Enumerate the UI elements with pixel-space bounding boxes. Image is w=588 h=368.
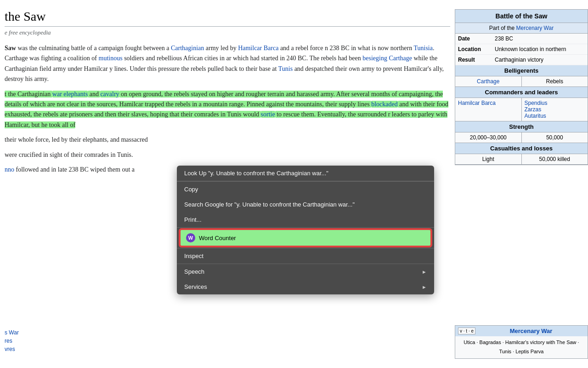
infobox-belligerent1-link[interactable]: Carthage (477, 78, 499, 85)
footer-link-2[interactable]: res (5, 338, 19, 344)
link-sortie[interactable]: sortie (261, 111, 275, 118)
infobox-commander1-link[interactable]: Hamilcar Barca (458, 100, 496, 106)
infobox-commander1: Hamilcar Barca (455, 98, 522, 121)
page-title: the Saw (5, 9, 450, 27)
link-war-elephants[interactable]: war elephants (52, 91, 88, 98)
infobox-commander2: Spendius Zarzas Autaritus (522, 98, 588, 121)
paragraph-2b: their whole force, led by their elephant… (5, 135, 450, 145)
navbox-title[interactable]: Mercenary War (477, 328, 585, 334)
navbox-content: Utica · Bagradas · Hamilcar's victory wi… (455, 336, 588, 358)
infobox-date-value: 238 BC (492, 34, 588, 44)
infobox-belligerent1: Carthage (455, 76, 522, 86)
infobox-result-value: Carthaginian victory (492, 55, 588, 65)
text-2f: their whole force, led by their elephant… (5, 136, 148, 143)
infobox-location-row: Location Unknown location in northern (455, 44, 588, 55)
menu-item-word-counter[interactable]: W Word Counter (180, 229, 431, 247)
navbox-header: v · t · e Mercenary War (455, 326, 588, 336)
infobox-strength2: 50,000 (522, 132, 588, 143)
infobox-title: Battle of the Saw (455, 10, 588, 23)
link-cavalry[interactable]: cavalry (100, 91, 119, 98)
text-saw-start: Saw was the culminating battle of a camp… (5, 45, 171, 52)
link-tunis[interactable]: Tunis (278, 65, 293, 72)
menu-item-inspect[interactable]: Inspect (177, 248, 434, 264)
infobox-date-row: Date 238 BC (455, 34, 588, 44)
paragraph-3: were crucified in sight of their comrade… (5, 150, 450, 160)
link-carthaginian[interactable]: Carthaginian (171, 45, 204, 52)
navbox-vte: v · t · e (458, 328, 475, 334)
navbox-title-link[interactable]: Mercenary War (510, 328, 553, 334)
menu-item-search-google[interactable]: Search Google for "y. Unable to confront… (177, 197, 434, 212)
infobox-subtitle: Part of the Mercenary War (455, 23, 588, 34)
link-blockaded[interactable]: blockaded (371, 101, 398, 108)
navbox: v · t · e Mercenary War Utica · Bagradas… (455, 325, 588, 359)
speech-label: Speech (184, 268, 204, 275)
infobox-commanders-row: Hamilcar Barca Spendius Zarzas Autaritus (455, 98, 588, 121)
text-4: followed and in late 238 BC wiped them o… (14, 166, 135, 173)
menu-item-services[interactable]: Services ► (177, 279, 434, 294)
infobox-casualties-header: Casualties and losses (455, 143, 588, 154)
infobox-subtitle-text: Part of the (489, 25, 514, 31)
menu-item-speech[interactable]: Speech ► (177, 264, 434, 279)
infobox-location-value: Unknown location in northern (492, 44, 588, 54)
speech-arrow-icon: ► (422, 269, 427, 275)
infobox-commanders-header: Commanders and leaders (455, 87, 588, 98)
infobox-commander2-2[interactable]: Zarzas (525, 106, 542, 113)
link-mutinous[interactable]: mutinous (99, 55, 123, 62)
navbox-links: Utica · Bagradas · Hamilcar's victory wi… (464, 339, 579, 354)
infobox-casualties-row: Light 50,000 killed (455, 154, 588, 165)
services-arrow-icon: ► (422, 284, 427, 290)
infobox-strength1: 20,000–30,000 (455, 132, 522, 143)
infobox-commander2-1[interactable]: Spendius (525, 100, 548, 106)
text-1e: soldiers and rebellious African cities i… (123, 55, 363, 62)
link-nno[interactable]: nno (5, 166, 14, 173)
infobox-belligerents: Carthage Rebels (455, 76, 588, 87)
infobox-location-label: Location (455, 44, 492, 54)
infobox-belligerent2: Rebels (522, 76, 588, 86)
footer-links: s War res vres (0, 325, 23, 359)
link-hamilcar[interactable]: Hamilcar Barca (238, 45, 278, 52)
text-1c: and a rebel force n 238 BC in what is no… (278, 45, 413, 52)
infobox-result-label: Result (455, 55, 492, 65)
infobox-belligerents-header: Belligerents (455, 65, 588, 76)
infobox-commander2-3[interactable]: Autaritus (525, 113, 546, 119)
paragraph-1: Saw was the culminating battle of a camp… (5, 43, 450, 85)
article-body: Saw was the culminating battle of a camp… (5, 43, 450, 175)
infobox-strength-row: 20,000–30,000 50,000 (455, 132, 588, 143)
word-counter-icon: W (186, 233, 195, 242)
infobox: Battle of the Saw Part of the Mercenary … (455, 9, 588, 165)
text-3: were crucified in sight of their comrade… (5, 151, 133, 158)
menu-item-print[interactable]: Print... (177, 212, 434, 227)
footer-link-3[interactable]: vres (5, 346, 19, 352)
text-1b: army led by (204, 45, 238, 52)
services-label: Services (184, 283, 207, 290)
infobox-strength-header: Strength (455, 121, 588, 132)
text-2b: and (88, 91, 100, 98)
infobox-result-row: Result Carthaginian victory (455, 55, 588, 65)
infobox-subtitle-link[interactable]: Mercenary War (516, 25, 554, 31)
paragraph-2: t the Carthaginian war elephants and cav… (5, 89, 450, 131)
infobox-casualties1: Light (455, 154, 522, 164)
tagline: e free encyclopedia (5, 29, 450, 36)
word-counter-label: Word Counter (199, 235, 236, 242)
footer-link-1[interactable]: s War (5, 329, 19, 336)
menu-separator-2 (177, 227, 434, 228)
text-2a: t the Carthaginian (5, 91, 52, 98)
menu-item-copy[interactable]: Copy (177, 182, 434, 197)
context-menu: Look Up "y. Unable to confront the Carth… (177, 166, 434, 294)
link-besieging[interactable]: besieging Carthage (362, 55, 412, 62)
menu-item-lookup[interactable]: Look Up "y. Unable to confront the Carth… (177, 166, 434, 181)
infobox-casualties2: 50,000 killed (522, 154, 588, 164)
link-tunisia[interactable]: Tunisia (413, 45, 433, 52)
infobox-date-label: Date (455, 34, 492, 44)
